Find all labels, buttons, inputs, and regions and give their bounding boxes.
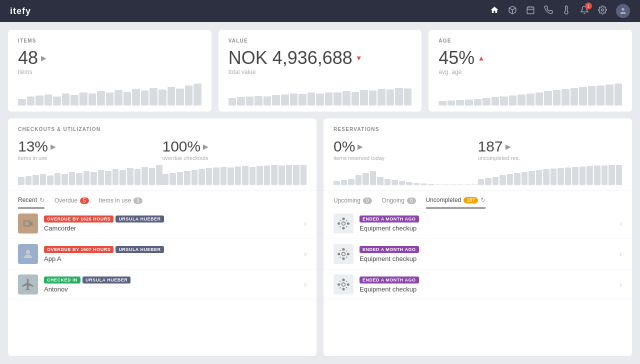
svg-point-11 bbox=[342, 218, 344, 220]
uncompleted-badge: 187 bbox=[464, 197, 478, 204]
user-avatar[interactable] bbox=[616, 4, 630, 18]
camcorder-overdue-tag: OVERDUE BY 1626 HOURS bbox=[44, 216, 114, 222]
items-arrow: ▶ bbox=[41, 54, 46, 62]
svg-point-20 bbox=[348, 284, 350, 286]
checkout-metric-1-label: items in use bbox=[18, 155, 162, 161]
antonov-thumb bbox=[18, 274, 38, 294]
tab-upcoming[interactable]: Upcoming 0 bbox=[334, 197, 372, 208]
top-cards: ITEMS 48 ▶ items bbox=[8, 30, 632, 112]
value-arrow: ▼ bbox=[356, 54, 362, 62]
reservations-metrics: 0% ▶ items reserved today bbox=[324, 138, 632, 190]
res-1-name: Equipment checkup bbox=[360, 224, 614, 232]
appa-chevron: › bbox=[304, 250, 306, 258]
uncompleted-refresh-icon[interactable]: ↻ bbox=[480, 196, 486, 204]
value-card-value: NOK 4,936,688 ▼ bbox=[228, 48, 412, 68]
svg-point-8 bbox=[342, 222, 346, 226]
value-card-label: VALUE bbox=[228, 38, 412, 44]
camcorder-thumb bbox=[18, 214, 38, 234]
res-2-thumb bbox=[334, 244, 354, 264]
value-card-sub: total value bbox=[228, 68, 412, 76]
gear-icon[interactable] bbox=[598, 6, 607, 17]
home-icon[interactable] bbox=[490, 6, 499, 17]
value-chart bbox=[228, 82, 412, 106]
thermometer-icon[interactable] bbox=[562, 6, 571, 17]
bell-badge: 1 bbox=[585, 2, 592, 10]
items-in-use-badge: 3 bbox=[134, 198, 142, 204]
camcorder-info: OVERDUE BY 1626 HOURS URSULA HUEBER Camc… bbox=[44, 216, 298, 232]
res-2-name: Equipment checkup bbox=[360, 255, 614, 262]
age-card-label: AGE bbox=[438, 38, 622, 44]
res-metric-2: 187 ▶ uncompleted res. bbox=[478, 138, 622, 185]
res-metric-1-label: items reserved today bbox=[334, 155, 478, 161]
checkout-item-camcorder[interactable]: OVERDUE BY 1626 HOURS URSULA HUEBER Camc… bbox=[8, 208, 316, 239]
calendar-icon[interactable] bbox=[526, 6, 535, 17]
checkout-chart-1 bbox=[18, 165, 162, 185]
checkout-metric-2-label: overdue checkouts bbox=[162, 155, 307, 161]
tab-ongoing[interactable]: Ongoing 0 bbox=[382, 197, 416, 208]
bottom-panels: CHECKOUTS & UTILIZATION 13% ▶ items in u… bbox=[8, 118, 632, 356]
app-logo: itefy bbox=[10, 6, 31, 16]
checkout-item-antonov[interactable]: CHECKED IN URSULA HUEBER Antonov › bbox=[8, 270, 316, 300]
res-metric-2-value: 187 ▶ bbox=[478, 138, 622, 155]
svg-point-13 bbox=[342, 252, 346, 256]
antonov-tags: CHECKED IN URSULA HUEBER bbox=[44, 276, 298, 284]
res-item-1[interactable]: ENDED A MONTH AGO Equipment checkup › bbox=[324, 208, 632, 239]
svg-point-15 bbox=[348, 253, 350, 255]
checkout-metric-1-value: 13% ▶ bbox=[18, 138, 162, 155]
value-card: VALUE NOK 4,936,688 ▼ total value bbox=[218, 30, 422, 112]
antonov-user-tag: URSULA HUEBER bbox=[82, 276, 130, 284]
checkout-metric-1: 13% ▶ items in use bbox=[18, 138, 162, 185]
items-chart bbox=[18, 82, 202, 106]
res-3-status-tag: ENDED A MONTH AGO bbox=[360, 276, 419, 284]
ongoing-badge: 0 bbox=[407, 198, 416, 204]
items-card-value: 48 ▶ bbox=[18, 48, 202, 68]
main-content: ITEMS 48 ▶ items bbox=[0, 22, 640, 364]
items-card-sub: items bbox=[18, 68, 202, 76]
checkouts-panel: CHECKOUTS & UTILIZATION 13% ▶ items in u… bbox=[8, 118, 316, 356]
tab-items-in-use[interactable]: Items in use 3 bbox=[99, 197, 142, 208]
checkouts-tabs: Recent ↻ Overdue 5 Items in use 3 bbox=[8, 190, 316, 208]
appa-user-tag: URSULA HUEBER bbox=[116, 246, 164, 253]
res-chart-2 bbox=[478, 165, 622, 185]
checkout-metric-2: 100% ▶ overdue checkouts bbox=[162, 138, 307, 185]
res-m2-arrow: ▶ bbox=[506, 142, 511, 150]
res-3-thumb bbox=[334, 274, 354, 294]
res-item-2[interactable]: ENDED A MONTH AGO Equipment checkup › bbox=[324, 239, 632, 270]
bell-icon[interactable]: 1 bbox=[580, 6, 589, 17]
res-3-info: ENDED A MONTH AGO Equipment checkup bbox=[360, 276, 614, 293]
checkouts-metrics: 13% ▶ items in use bbox=[8, 138, 316, 190]
topnav: itefy 1 bbox=[0, 0, 640, 22]
camcorder-tags: OVERDUE BY 1626 HOURS URSULA HUEBER bbox=[44, 216, 298, 222]
svg-point-21 bbox=[342, 279, 344, 281]
antonov-checked-tag: CHECKED IN bbox=[44, 276, 80, 284]
res-3-tags: ENDED A MONTH AGO bbox=[360, 276, 614, 284]
camcorder-name: Camcorder bbox=[44, 224, 298, 232]
reservations-list: ENDED A MONTH AGO Equipment checkup › EN… bbox=[324, 208, 632, 356]
svg-point-16 bbox=[342, 248, 344, 250]
reservations-label: RESERVATIONS bbox=[324, 126, 632, 138]
tab-overdue[interactable]: Overdue 5 bbox=[54, 197, 89, 208]
items-card-label: ITEMS bbox=[18, 38, 202, 44]
reservations-panel: RESERVATIONS 0% ▶ items reserved today bbox=[324, 118, 632, 356]
appa-overdue-tag: OVERDUE BY 1607 HOURS bbox=[44, 246, 114, 253]
age-card-sub: avg. age bbox=[438, 68, 622, 76]
res-metric-1-value: 0% ▶ bbox=[334, 138, 478, 155]
checkout-m2-arrow: ▶ bbox=[203, 142, 208, 150]
res-metric-2-label: uncompleted res. bbox=[478, 155, 622, 161]
tab-uncompleted[interactable]: Uncompleted 187 ↻ bbox=[426, 196, 486, 208]
phone-icon[interactable] bbox=[544, 6, 553, 17]
tab-recent[interactable]: Recent ↻ bbox=[18, 196, 44, 208]
appa-name: App A bbox=[44, 255, 298, 262]
svg-point-7 bbox=[26, 250, 30, 254]
svg-point-19 bbox=[338, 284, 340, 286]
checkout-item-appa[interactable]: OVERDUE BY 1607 HOURS URSULA HUEBER App … bbox=[8, 239, 316, 270]
recent-refresh-icon[interactable]: ↻ bbox=[40, 196, 44, 204]
cube-icon[interactable] bbox=[508, 6, 517, 17]
camcorder-user-tag: URSULA HUEBER bbox=[116, 216, 164, 222]
svg-point-22 bbox=[342, 288, 344, 290]
age-arrow: ▲ bbox=[478, 54, 484, 62]
checkouts-list: OVERDUE BY 1626 HOURS URSULA HUEBER Camc… bbox=[8, 208, 316, 356]
antonov-name: Antonov bbox=[44, 286, 298, 293]
res-item-3[interactable]: ENDED A MONTH AGO Equipment checkup › bbox=[324, 270, 632, 300]
svg-point-10 bbox=[348, 222, 350, 224]
